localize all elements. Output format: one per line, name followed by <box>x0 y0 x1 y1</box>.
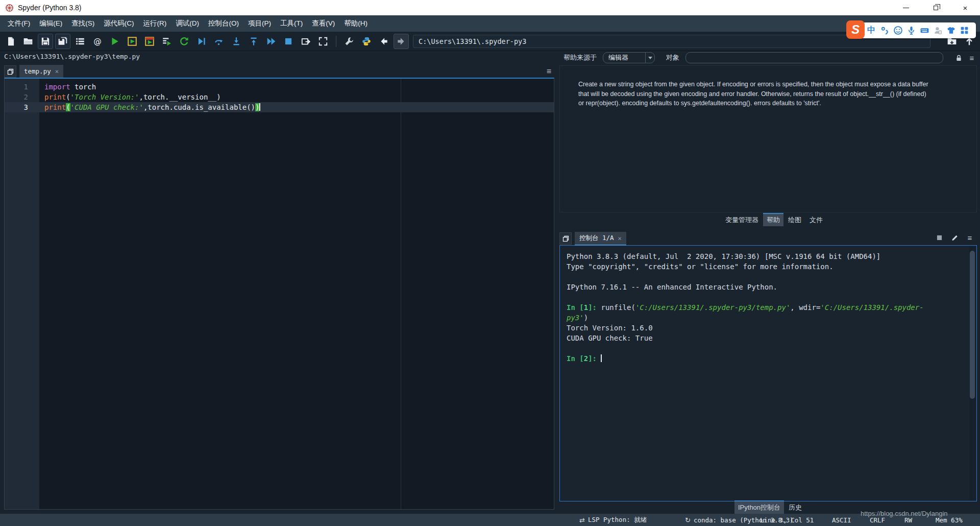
scrollbar-thumb[interactable] <box>970 251 975 399</box>
lock-icon[interactable] <box>953 53 964 63</box>
console-options-icon[interactable]: ≡ <box>965 232 975 243</box>
code-line-3[interactable]: 3print('CUDA GPU check:',torch.cuda.is_a… <box>5 102 554 112</box>
close-button[interactable]: × <box>950 0 980 15</box>
code-line-2[interactable]: 2print('Torch Version:',torch.__version_… <box>5 92 554 102</box>
debug-button[interactable] <box>194 34 209 49</box>
status-bar: ⇄LSP Python: 就绪↻conda: base (Python 3.8.… <box>0 514 980 526</box>
menu-item-2[interactable]: 查找(S) <box>67 16 99 31</box>
run-cell-advance-button[interactable] <box>142 34 157 49</box>
run-selection-icon <box>162 36 172 46</box>
toolbox-grid-icon[interactable] <box>958 24 971 37</box>
help-options-icon[interactable]: ≡ <box>967 53 977 63</box>
help-pane[interactable]: Create a new string object from the give… <box>559 65 977 212</box>
bottom-tab-历史[interactable]: 历史 <box>785 501 805 514</box>
code-text: print('CUDA GPU check:',torch.cuda.is_av… <box>39 102 554 112</box>
user-icon[interactable] <box>931 24 944 37</box>
ipython-console[interactable]: Python 3.8.3 (default, Jul 2 2020, 17:30… <box>559 245 977 501</box>
menu-item-9[interactable]: 查看(V) <box>307 16 339 31</box>
menu-item-10[interactable]: 帮助(H) <box>339 16 372 31</box>
code-text: print('Torch Version:',torch.__version__… <box>39 92 554 102</box>
kernel-status-icon <box>934 232 944 243</box>
back-icon <box>379 36 389 46</box>
python-path-button[interactable] <box>359 34 374 49</box>
save-all-button[interactable] <box>55 34 70 49</box>
punctuation-icon[interactable] <box>878 24 891 37</box>
clear-console-icon[interactable] <box>949 232 960 243</box>
text-cursor <box>259 103 260 111</box>
menu-item-4[interactable]: 运行(R) <box>139 16 172 31</box>
outline-icon <box>75 36 85 46</box>
debug-continue-button[interactable] <box>263 34 279 49</box>
menu-item-5[interactable]: 调试(D) <box>171 16 204 31</box>
tools-button[interactable] <box>341 34 357 49</box>
spyder-app-icon <box>5 4 14 12</box>
restore-button[interactable] <box>921 0 950 15</box>
save-button[interactable] <box>38 34 53 49</box>
skin-icon[interactable] <box>944 24 958 37</box>
chinese-mode-icon[interactable]: 中 <box>865 24 878 37</box>
spyder-window: { "window": { "title": "Spyder (Python 3… <box>0 0 980 526</box>
open-file-icon <box>23 36 33 46</box>
back-button[interactable] <box>376 34 391 49</box>
symbol-finder-button[interactable]: @ <box>90 34 105 49</box>
help-source-combobox[interactable]: 编辑器 <box>603 52 655 63</box>
status-item-0: ⇄LSP Python: 就绪 <box>579 514 647 526</box>
editor-tab-temp-py[interactable]: temp.py × <box>19 65 63 78</box>
debug-stop-button[interactable] <box>281 34 296 49</box>
menu-item-1[interactable]: 编辑(E) <box>35 16 67 31</box>
debug-icon <box>197 36 207 46</box>
open-file-button[interactable] <box>20 34 36 49</box>
help-source-value: 编辑器 <box>603 53 645 62</box>
console-scrollbar[interactable] <box>969 247 975 500</box>
keyboard-icon[interactable] <box>918 24 931 37</box>
combobox-dropdown[interactable] <box>645 53 654 63</box>
step-out-button[interactable] <box>246 34 261 49</box>
pane-tab-变量管理器[interactable]: 变量管理器 <box>722 214 762 226</box>
status-icon: ↻ <box>685 516 691 524</box>
menu-item-8[interactable]: 工具(T) <box>276 16 307 31</box>
console-tab-1a[interactable]: 控制台 1/A × <box>575 232 626 245</box>
menu-item-6[interactable]: 控制台(O) <box>204 16 243 31</box>
open-external-button[interactable] <box>298 34 313 49</box>
console-browse-tabs-button[interactable] <box>559 232 572 245</box>
bottom-tab-IPython控制台[interactable]: IPython控制台 <box>734 501 784 514</box>
maximize-pane-button[interactable] <box>315 34 331 49</box>
new-file-button[interactable] <box>3 34 18 49</box>
rerun-cell-button[interactable] <box>177 34 192 49</box>
menu-item-0[interactable]: 文件(F) <box>3 16 35 31</box>
step-over-button[interactable] <box>211 34 227 49</box>
python-path-icon <box>361 36 372 46</box>
editor-options-icon[interactable]: ≡ <box>547 67 551 76</box>
forward-button[interactable] <box>394 34 409 49</box>
step-into-icon <box>231 36 241 46</box>
line-number-gutter <box>5 79 39 509</box>
tools-icon <box>344 36 354 46</box>
tab-close-icon[interactable]: × <box>55 68 59 75</box>
pane-tab-绘图[interactable]: 绘图 <box>785 214 805 226</box>
browse-tabs-button[interactable] <box>4 65 16 78</box>
run-button[interactable] <box>107 34 122 49</box>
console-tab-close-icon[interactable]: × <box>618 235 622 242</box>
minimize-button[interactable] <box>891 0 921 15</box>
run-selection-button[interactable] <box>159 34 175 49</box>
code-line-1[interactable]: 1import torch <box>5 82 554 92</box>
pane-tab-帮助[interactable]: 帮助 <box>763 214 783 226</box>
help-pane-header: 帮助来源于 编辑器 对象 ≡ <box>559 51 977 64</box>
console-line-5: In [1]: runfile('C:/Users/13391/.spyder-… <box>567 302 966 313</box>
status-icon: ⇄ <box>579 516 585 524</box>
debug-continue-icon <box>266 36 276 46</box>
run-cell-button[interactable] <box>125 34 140 49</box>
microphone-icon[interactable] <box>904 24 918 37</box>
ime-toolbar[interactable]: S 中 <box>848 22 976 38</box>
menu-item-7[interactable]: 项目(P) <box>243 16 276 31</box>
sogou-logo-icon[interactable]: S <box>846 20 865 39</box>
menu-item-3[interactable]: 源代码(C) <box>99 16 138 31</box>
run-icon <box>110 36 120 46</box>
outline-button[interactable] <box>72 34 88 49</box>
pane-tab-文件[interactable]: 文件 <box>806 214 826 226</box>
code-editor[interactable]: 1import torch2print('Torch Version:',tor… <box>4 78 554 510</box>
help-object-input[interactable] <box>685 52 943 63</box>
line-number: 3 <box>5 102 39 112</box>
emoji-icon[interactable] <box>891 24 904 37</box>
step-into-button[interactable] <box>229 34 244 49</box>
